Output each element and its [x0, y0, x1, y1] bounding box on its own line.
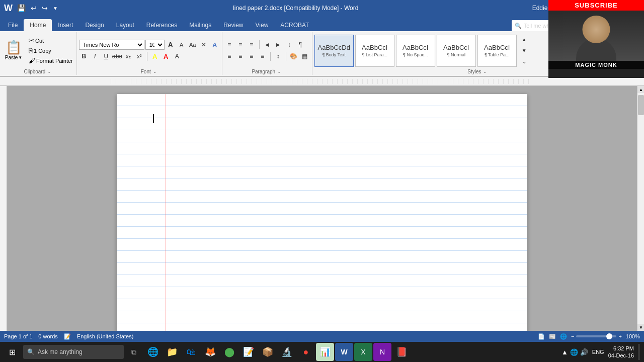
- page[interactable]: [117, 94, 527, 331]
- change-case-button[interactable]: Aa: [188, 40, 198, 50]
- borders-button[interactable]: ▦: [300, 51, 310, 61]
- font-size-select[interactable]: 10: [145, 40, 165, 50]
- page-indicator[interactable]: Page 1 of 1: [4, 333, 32, 339]
- customize-qat-button[interactable]: ▼: [51, 5, 59, 12]
- scroll-thumb[interactable]: [638, 95, 644, 115]
- undo-button[interactable]: ↩: [29, 3, 38, 13]
- zoom-in-button[interactable]: +: [618, 333, 621, 339]
- excel-icon[interactable]: X: [354, 343, 372, 361]
- language-indicator[interactable]: English (United States): [77, 333, 134, 339]
- tab-file[interactable]: File: [2, 19, 24, 31]
- tab-view[interactable]: View: [250, 19, 275, 31]
- clock[interactable]: 6:32 PM 04-Dec-16: [608, 345, 634, 359]
- shading-button[interactable]: 🎨: [289, 51, 299, 61]
- print-layout-button[interactable]: 📰: [549, 333, 556, 340]
- explorer-icon[interactable]: 📁: [163, 343, 181, 361]
- styles-expand-button[interactable]: ⌄: [482, 68, 488, 74]
- decrease-indent-button[interactable]: ◄: [262, 40, 272, 50]
- bullets-button[interactable]: ≡: [224, 40, 234, 50]
- app7-icon[interactable]: 📦: [259, 343, 277, 361]
- increase-indent-button[interactable]: ►: [273, 40, 283, 50]
- font-grow-button[interactable]: A: [166, 40, 176, 50]
- save-button[interactable]: 💾: [16, 3, 27, 13]
- tab-design[interactable]: Design: [79, 19, 110, 31]
- subscribe-banner[interactable]: SUBSCRIBE: [548, 0, 644, 11]
- sort-button[interactable]: ↕: [284, 40, 294, 50]
- redo-button[interactable]: ↪: [40, 3, 49, 13]
- scroll-track[interactable]: [637, 93, 644, 324]
- font-color-button[interactable]: A: [161, 51, 171, 61]
- paragraph-expand-button[interactable]: ⌄: [276, 68, 282, 74]
- tab-review[interactable]: Review: [217, 19, 249, 31]
- pdf-icon[interactable]: 📕: [392, 343, 411, 361]
- numbering-button[interactable]: ≡: [235, 40, 246, 50]
- tab-insert[interactable]: Insert: [52, 19, 79, 31]
- format-painter-button[interactable]: 🖌 Format Painter: [27, 56, 74, 65]
- show-desktop-button[interactable]: [638, 344, 640, 360]
- align-center-button[interactable]: ≡: [235, 51, 246, 61]
- character-shading-button[interactable]: A: [172, 51, 182, 61]
- underline-button[interactable]: U: [101, 51, 111, 61]
- app9-icon[interactable]: ●: [297, 343, 315, 361]
- store-icon[interactable]: 🛍: [182, 343, 200, 361]
- zoom-slider[interactable]: [576, 335, 616, 337]
- read-mode-button[interactable]: 📄: [538, 333, 545, 340]
- strikethrough-button[interactable]: abc: [112, 51, 122, 61]
- chrome-icon[interactable]: ⬤: [220, 343, 238, 361]
- align-right-button[interactable]: ≡: [247, 51, 257, 61]
- app8-icon[interactable]: 🔬: [278, 343, 296, 361]
- paste-button[interactable]: 📋 Paste ▼: [2, 35, 25, 66]
- clipboard-expand-button[interactable]: ⌄: [46, 68, 52, 74]
- document-content[interactable]: [153, 114, 491, 123]
- show-paragraph-button[interactable]: ¶: [295, 40, 305, 50]
- style-body-text[interactable]: AaBbCcDd ¶ Body Text: [314, 35, 354, 67]
- zoom-thumb[interactable]: [606, 333, 612, 339]
- app10-icon[interactable]: 📊: [316, 343, 334, 361]
- cut-button[interactable]: ✂ Cut: [27, 36, 74, 45]
- show-hidden-icons[interactable]: ▲: [561, 348, 568, 356]
- taskbar-search[interactable]: 🔍 Ask me anything: [23, 345, 124, 359]
- language-label-taskbar[interactable]: ENG: [592, 349, 604, 355]
- web-layout-button[interactable]: 🌐: [560, 333, 567, 340]
- style-list-para[interactable]: AaBbCcI ¶ List Para...: [355, 35, 394, 67]
- subscript-button[interactable]: x₂: [123, 51, 133, 61]
- network-icon[interactable]: 🌐: [570, 348, 578, 356]
- tab-layout[interactable]: Layout: [110, 19, 140, 31]
- styles-scroll-down[interactable]: ▼: [519, 46, 529, 56]
- scroll-down-button[interactable]: ▼: [637, 324, 644, 331]
- style-table-para[interactable]: AaBbCcI ¶ Table Pa...: [477, 35, 517, 67]
- text-effects-button[interactable]: A: [210, 40, 220, 50]
- style-normal[interactable]: AaBbCcI ¶ Normal: [437, 35, 476, 67]
- multilevel-button[interactable]: ≡: [247, 40, 257, 50]
- superscript-button[interactable]: x²: [134, 51, 144, 61]
- styles-expand[interactable]: ⌄: [519, 57, 529, 67]
- font-expand-button[interactable]: ⌄: [152, 68, 158, 74]
- italic-button[interactable]: I: [90, 51, 100, 61]
- copy-button[interactable]: ⎘ 1 Copy: [27, 46, 74, 55]
- task-view-button[interactable]: ⧉: [125, 343, 143, 361]
- zoom-out-button[interactable]: −: [571, 333, 574, 339]
- line-spacing-button[interactable]: ↕: [273, 51, 283, 61]
- page-container[interactable]: [7, 86, 637, 331]
- style-no-space[interactable]: AaBbCcI ¶ No Spac...: [396, 35, 435, 67]
- volume-icon[interactable]: 🔊: [580, 348, 588, 356]
- firefox-icon[interactable]: 🦊: [201, 343, 219, 361]
- zoom-level[interactable]: 100%: [626, 333, 640, 339]
- scroll-up-button[interactable]: ▲: [637, 86, 644, 93]
- tab-mailings[interactable]: Mailings: [183, 19, 217, 31]
- align-left-button[interactable]: ≡: [224, 51, 234, 61]
- onenote-icon[interactable]: N: [373, 343, 391, 361]
- styles-scroll-up[interactable]: ▲: [519, 35, 529, 45]
- proofing-icon[interactable]: 📝: [64, 333, 71, 340]
- tab-references[interactable]: References: [140, 19, 183, 31]
- word-count[interactable]: 0 words: [38, 333, 58, 339]
- tab-home[interactable]: Home: [24, 19, 52, 31]
- start-button[interactable]: ⊞: [2, 342, 22, 362]
- text-highlight-button[interactable]: A: [150, 51, 160, 61]
- sticky-notes-icon[interactable]: 📝: [239, 343, 258, 361]
- word-taskbar-icon[interactable]: W: [335, 343, 353, 361]
- bold-button[interactable]: B: [79, 51, 89, 61]
- font-shrink-button[interactable]: A: [177, 40, 187, 50]
- clear-format-button[interactable]: ✕: [199, 40, 209, 50]
- tab-acrobat[interactable]: ACROBAT: [274, 19, 315, 31]
